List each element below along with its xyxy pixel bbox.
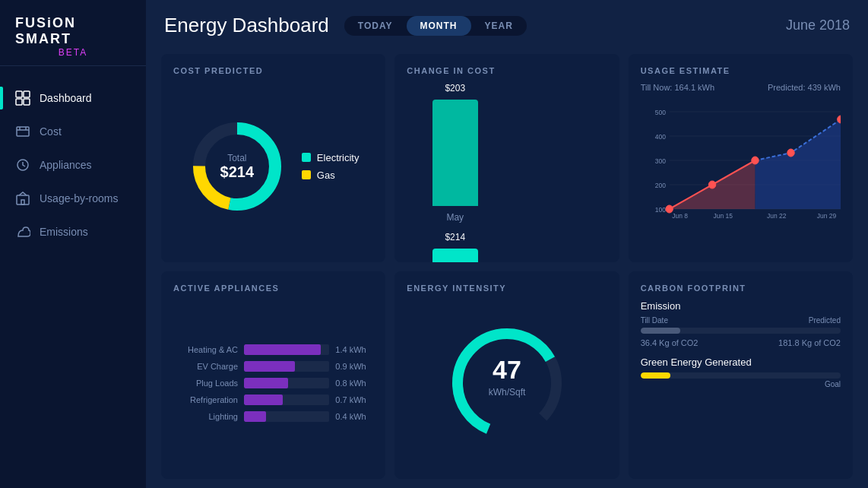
total-value: $214 bbox=[220, 163, 255, 180]
time-tabs: TODAY MONTH YEAR bbox=[344, 16, 527, 36]
page-title: Energy Dashboard bbox=[164, 14, 329, 37]
appliance-bar-wrap-2 bbox=[244, 361, 329, 372]
list-item: Refrigeration 0.7 kWh bbox=[173, 395, 373, 405]
tab-month[interactable]: MONTH bbox=[407, 16, 471, 36]
sidebar-label-appliances: Appliances bbox=[40, 159, 92, 171]
tab-today[interactable]: TODAY bbox=[344, 16, 407, 36]
green-title: Green Energy Generated bbox=[641, 356, 841, 368]
appliance-name-1: Heating & AC bbox=[173, 345, 238, 354]
emission-row: Till Date Predicted bbox=[641, 316, 841, 325]
predicted-value: 181.8 Kg of CO2 bbox=[778, 338, 841, 347]
svg-text:500: 500 bbox=[654, 109, 665, 116]
appliance-name-4: Refrigeration bbox=[173, 395, 238, 404]
appliance-bar-wrap-5 bbox=[244, 411, 329, 422]
emissions-icon bbox=[15, 224, 30, 239]
predicted-label: Predicted bbox=[809, 316, 841, 325]
sidebar-item-dashboard[interactable]: Dashboard bbox=[0, 81, 146, 115]
cost-predicted-card: COST PREDICTED Total $214 bbox=[161, 54, 385, 262]
goal-label: Goal bbox=[825, 380, 841, 388]
sidebar-item-appliances[interactable]: Appliances bbox=[0, 148, 146, 182]
tab-year[interactable]: YEAR bbox=[471, 16, 527, 36]
list-item: Plug Loads 0.8 kWh bbox=[173, 378, 373, 388]
svg-rect-0 bbox=[16, 91, 22, 97]
svg-rect-4 bbox=[17, 127, 29, 136]
usage-estimate-title: USAGE ESTIMATE bbox=[641, 66, 841, 75]
appliance-bar-wrap-3 bbox=[244, 378, 329, 388]
legend-gas: Gas bbox=[302, 170, 360, 181]
appliance-name-5: Lighting bbox=[173, 412, 238, 421]
svg-text:Jun 15: Jun 15 bbox=[713, 212, 733, 218]
bar-chart: $203 May $214 Jun bbox=[432, 83, 478, 262]
svg-text:Jun 8: Jun 8 bbox=[672, 212, 688, 218]
appliance-value-4: 0.7 kWh bbox=[335, 395, 373, 404]
appliance-value-1: 1.4 kWh bbox=[335, 345, 373, 354]
svg-text:100: 100 bbox=[654, 206, 665, 214]
svg-text:kWh/Sqft: kWh/Sqft bbox=[489, 387, 526, 398]
green-bar-wrap bbox=[641, 372, 841, 379]
sidebar-nav: Dashboard Cost Appliances bbox=[0, 66, 146, 488]
appliance-bar-4 bbox=[244, 395, 283, 405]
sidebar-item-cost[interactable]: Cost bbox=[0, 115, 146, 148]
sidebar-item-emissions[interactable]: Emissions bbox=[0, 215, 146, 249]
donut-center: Total $214 bbox=[220, 152, 255, 180]
predicted-label: Predicted: 439 kWh bbox=[768, 83, 841, 92]
electricity-dot bbox=[302, 153, 311, 162]
dashboard-icon bbox=[15, 90, 30, 106]
till-date-label: Till Date bbox=[641, 316, 668, 325]
bar-may-label: May bbox=[446, 212, 464, 223]
green-bar-fill bbox=[641, 372, 671, 379]
bar-may-value: $203 bbox=[445, 83, 465, 93]
svg-marker-25 bbox=[755, 119, 841, 209]
svg-point-29 bbox=[787, 149, 794, 157]
dashboard-grid: COST PREDICTED Total $214 bbox=[146, 45, 868, 488]
change-in-cost-title: CHANGE IN COST bbox=[407, 66, 607, 75]
app-name: FUSiON SMART bbox=[15, 15, 131, 47]
gas-label: Gas bbox=[317, 170, 335, 181]
emission-bar-wrap bbox=[641, 328, 841, 334]
bar-jun: $214 Jun bbox=[432, 232, 478, 262]
donut-container: Total $214 Electricity Gas bbox=[173, 83, 373, 250]
list-item: Heating & AC 1.4 kWh bbox=[173, 344, 373, 355]
cost-icon bbox=[15, 124, 30, 139]
list-item: Lighting 0.4 kWh bbox=[173, 411, 373, 422]
sidebar-item-usage-by-rooms[interactable]: Usage-by-rooms bbox=[0, 182, 146, 215]
svg-point-27 bbox=[708, 181, 715, 189]
active-appliances-card: ACTIVE APPLIANCES Heating & AC 1.4 kWh E… bbox=[161, 271, 385, 480]
usage-rooms-icon bbox=[15, 191, 30, 206]
appliances-icon bbox=[15, 157, 30, 173]
list-item: EV Charge 0.9 kWh bbox=[173, 361, 373, 372]
svg-rect-2 bbox=[16, 99, 22, 105]
energy-intensity-card: ENERGY INTENSITY 47 kWh/Sqft bbox=[394, 271, 619, 480]
header-left: Energy Dashboard TODAY MONTH YEAR bbox=[164, 14, 527, 37]
sidebar-label-cost: Cost bbox=[40, 125, 62, 138]
appliance-bar-1 bbox=[244, 344, 321, 355]
appliance-bar-3 bbox=[244, 378, 288, 388]
sidebar-label-usage-by-rooms: Usage-by-rooms bbox=[40, 192, 118, 204]
bar-jun-rect bbox=[432, 249, 478, 262]
logo-area: FUSiON SMART BETA bbox=[0, 0, 146, 66]
main-content: Energy Dashboard TODAY MONTH YEAR June 2… bbox=[146, 0, 868, 488]
svg-point-28 bbox=[751, 157, 758, 164]
electricity-label: Electricity bbox=[317, 152, 360, 163]
appliance-value-2: 0.9 kWh bbox=[335, 362, 373, 371]
sidebar-label-dashboard: Dashboard bbox=[40, 92, 92, 104]
bar-jun-value: $214 bbox=[445, 232, 465, 242]
appliance-value-5: 0.4 kWh bbox=[335, 412, 373, 421]
cost-predicted-title: COST PREDICTED bbox=[173, 66, 373, 75]
green-labels: Goal bbox=[641, 380, 841, 388]
svg-text:47: 47 bbox=[493, 355, 521, 384]
legend-electricity: Electricity bbox=[302, 152, 360, 163]
sidebar: FUSiON SMART BETA Dashboard Cost bbox=[0, 0, 146, 488]
usage-chart: 500 400 300 200 100 bbox=[641, 97, 841, 250]
green-section: Green Energy Generated Goal bbox=[641, 356, 841, 388]
gas-dot bbox=[302, 170, 311, 179]
svg-text:Jun 29: Jun 29 bbox=[817, 212, 837, 218]
cost-legend: Electricity Gas bbox=[302, 152, 360, 181]
usage-meta: Till Now: 164.1 kWh Predicted: 439 kWh bbox=[641, 83, 841, 92]
total-label: Total bbox=[220, 152, 255, 163]
change-in-cost-card: CHANGE IN COST $203 May $214 Jun bbox=[394, 54, 619, 262]
appliance-name-2: EV Charge bbox=[173, 362, 238, 371]
till-now-label: Till Now: 164.1 kWh bbox=[641, 83, 714, 92]
till-date-value: 36.4 Kg of CO2 bbox=[641, 338, 699, 347]
appliance-value-3: 0.8 kWh bbox=[335, 379, 373, 388]
